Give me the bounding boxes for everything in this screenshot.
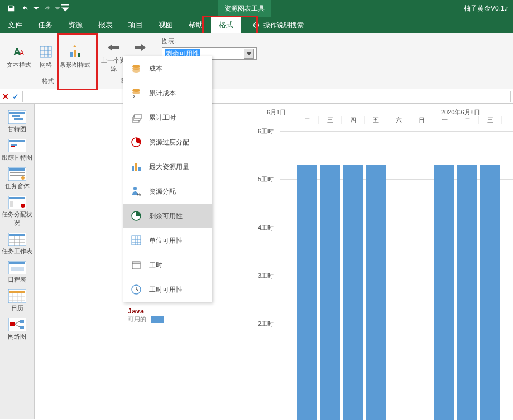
chart-type-label: 图表:: [162, 37, 257, 45]
dropdown-item-3[interactable]: 资源过度分配: [123, 130, 212, 155]
menu-help[interactable]: 帮助: [181, 17, 211, 33]
chart-bar: [297, 165, 317, 420]
svg-rect-22: [10, 172, 25, 173]
svg-rect-9: [70, 52, 73, 57]
menu-file[interactable]: 文件: [0, 17, 30, 33]
qat-customize[interactable]: [61, 2, 69, 15]
gridlines-button[interactable]: 网格: [35, 36, 57, 76]
view-sidebar: 甘特图 跟踪甘特图 任务窗体 任务分配状况 任务工作表 日程表 日历 网络图: [0, 104, 35, 419]
svg-rect-14: [12, 115, 20, 117]
svg-rect-4: [40, 46, 51, 57]
ribbon-group-format: 格式: [42, 76, 54, 86]
svg-rect-21: [9, 168, 25, 171]
menu-view[interactable]: 视图: [151, 17, 181, 33]
dropdown-item-4[interactable]: 最大资源用量: [123, 155, 212, 179]
nav-gantt[interactable]: 甘特图: [2, 108, 33, 136]
text-styles-button[interactable]: AA 文本样式: [3, 36, 35, 76]
legend-swatch: [151, 316, 164, 323]
day-header: 六: [387, 116, 410, 124]
svg-rect-27: [10, 201, 13, 207]
day-header: 三: [479, 116, 502, 124]
svg-rect-30: [9, 234, 25, 236]
menu-report[interactable]: 报表: [90, 17, 121, 33]
svg-text:Σ: Σ: [133, 94, 136, 99]
grid-icon: [130, 234, 142, 247]
dropdown-item-7[interactable]: 单位可用性: [123, 228, 212, 253]
day-header: 日: [410, 116, 433, 124]
main-area: 甘特图 跟踪甘特图 任务窗体 任务分配状况 任务工作表 日程表 日历 网络图: [0, 104, 513, 419]
cancel-icon[interactable]: ✕: [2, 92, 9, 101]
day-header: 二: [296, 116, 319, 124]
dropdown-item-6[interactable]: 剩余可用性: [123, 204, 212, 228]
chart-bar: [366, 165, 386, 420]
nav-task-form[interactable]: 任务窗体: [2, 165, 33, 192]
dropdown-item-5[interactable]: %资源分配: [123, 179, 212, 204]
chart-bar: [434, 165, 454, 420]
grid-line: [280, 131, 513, 132]
svg-rect-61: [132, 166, 134, 171]
day-header: 二: [456, 116, 479, 124]
svg-text:%: %: [137, 192, 141, 197]
svg-point-64: [133, 187, 137, 190]
confirm-icon[interactable]: ✓: [12, 92, 19, 101]
nav-tracking-gantt[interactable]: 跟踪甘特图: [2, 137, 33, 164]
svg-rect-72: [132, 264, 140, 269]
svg-rect-18: [11, 144, 17, 146]
formula-bar: ✕ ✓: [0, 89, 513, 104]
bar-styles-button[interactable]: 条形图样式: [57, 36, 93, 76]
svg-rect-59: [135, 114, 141, 119]
chart-bar: [320, 165, 340, 420]
grid-icon: [39, 43, 52, 61]
arrow-left-icon: [107, 38, 120, 56]
dropdown-item-9[interactable]: 工时可用性: [123, 277, 212, 302]
menu-resource[interactable]: 资源: [60, 17, 90, 33]
dropdown-item-2[interactable]: 累计工时: [123, 105, 212, 130]
nav-network[interactable]: 网络图: [2, 316, 33, 343]
day-header: 三: [319, 116, 342, 124]
svg-rect-15: [14, 118, 23, 120]
clock-icon: [130, 283, 142, 296]
day-header: 四: [342, 116, 365, 124]
coins-icon: [130, 62, 142, 75]
dropdown-item-8[interactable]: 工时: [123, 253, 212, 277]
menu-task[interactable]: 任务: [30, 17, 60, 33]
nav-task-usage[interactable]: 任务分配状况: [2, 194, 33, 229]
tell-me-search[interactable]: ? 操作说明搜索: [252, 17, 304, 33]
svg-text:A: A: [20, 49, 24, 57]
svg-rect-10: [74, 50, 76, 57]
dropdown-item-1[interactable]: Σ累计成本: [123, 81, 212, 105]
nav-timeline[interactable]: 日程表: [2, 259, 33, 286]
pie-red-icon: [130, 136, 142, 148]
svg-rect-73: [132, 262, 140, 264]
legend-series-name: Java: [128, 307, 181, 315]
svg-rect-63: [138, 167, 141, 171]
svg-rect-26: [9, 197, 25, 199]
person-pct-icon: %: [130, 185, 142, 197]
menu-format[interactable]: 格式: [211, 17, 241, 33]
svg-rect-39: [9, 291, 25, 293]
formula-input[interactable]: [22, 91, 511, 102]
save-button[interactable]: [4, 2, 18, 15]
svg-point-28: [21, 204, 25, 208]
redo-dropdown[interactable]: [55, 2, 60, 15]
svg-rect-37: [11, 267, 24, 271]
chart-legend: Java 可用的:: [124, 305, 185, 326]
bars-icon: [130, 161, 142, 173]
tell-me-label: 操作说明搜索: [263, 21, 304, 30]
chart-bar: [457, 165, 477, 420]
undo-dropdown[interactable]: [33, 2, 39, 15]
chevron-down-icon[interactable]: [244, 49, 254, 59]
date-header: 2020年6月8日: [441, 108, 480, 117]
title-bar: 资源图表工具 柚子黄金V0.1.r: [0, 0, 513, 17]
dropdown-item-0[interactable]: 成本: [123, 56, 212, 81]
undo-button[interactable]: [19, 2, 32, 15]
svg-point-24: [21, 176, 25, 180]
svg-rect-47: [20, 320, 24, 323]
redo-button[interactable]: [40, 2, 54, 15]
nav-task-sheet[interactable]: 任务工作表: [2, 230, 33, 258]
svg-rect-17: [9, 140, 25, 142]
menu-project[interactable]: 项目: [121, 17, 151, 33]
legend-available-label: 可用的:: [128, 315, 148, 324]
nav-calendar[interactable]: 日历: [2, 287, 33, 315]
chart-bar: [480, 165, 500, 420]
